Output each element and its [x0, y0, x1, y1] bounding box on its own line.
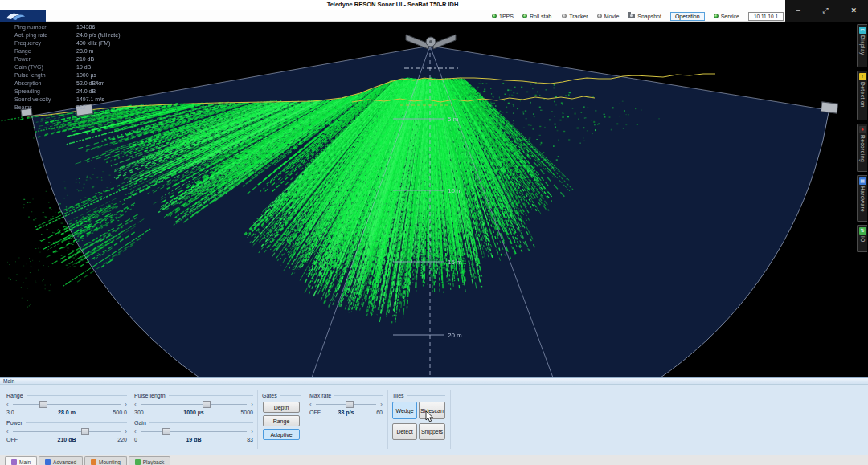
advanced-tab-icon [45, 459, 51, 465]
pulse-value: 1000 µs [134, 410, 253, 415]
divider [169, 395, 253, 396]
slider-track[interactable] [13, 401, 121, 409]
tab-recording[interactable]: ● Recording [857, 124, 867, 172]
io-icon: ⇅ [859, 227, 866, 235]
toolbar-items: 1PPS Roll stab. Tracker Movie Snapshot O… [492, 10, 784, 22]
depth-mark-10m: 10 m [448, 187, 462, 194]
tab-mounting[interactable]: Mounting [84, 456, 127, 465]
range-values: 3.0 28.0 m 500.0 [6, 410, 127, 417]
snapshot-label: Snapshot [637, 14, 661, 19]
slider-left-arrow-icon[interactable] [6, 428, 9, 436]
tab-io[interactable]: ⇅ IO [857, 225, 867, 252]
window-title: Teledyne RESON Sonar UI - SeaBat T50-R I… [0, 1, 785, 8]
divider [280, 395, 301, 396]
sonar-wedge-display[interactable] [0, 22, 857, 377]
operation-toggle[interactable]: Operation [670, 12, 705, 21]
toolbar: 1PPS Roll stab. Tracker Movie Snapshot O… [0, 10, 868, 22]
tiles-wedge-button[interactable]: Wedge [392, 402, 417, 419]
tab-hardware[interactable]: ▤ Hardware [857, 175, 867, 222]
close-icon[interactable]: ✕ [851, 7, 858, 14]
led-icon [597, 14, 602, 18]
slider-thumb[interactable] [81, 428, 89, 435]
slider-track[interactable] [141, 401, 247, 409]
slider-right-arrow-icon[interactable] [251, 428, 253, 436]
slider-thumb[interactable] [39, 401, 47, 408]
indicator-label: Movie [604, 14, 620, 19]
max-rate-label: Max rate [309, 393, 331, 398]
gain-value: 19 dB [134, 437, 253, 443]
right-sidebar-tabs: ▭ Display ! Detection ● Recording ▤ Hard… [857, 22, 868, 377]
slider-left-arrow-icon[interactable] [309, 401, 312, 409]
range-max: 500.0 [113, 410, 127, 415]
power-slider[interactable] [6, 428, 127, 436]
camera-icon [628, 14, 635, 18]
display-icon: ▭ [859, 27, 866, 34]
info-value: 104386 [76, 24, 95, 30]
slider-track[interactable] [13, 428, 121, 436]
slider-right-arrow-icon[interactable] [251, 401, 253, 409]
divider [387, 390, 388, 449]
slider-right-arrow-icon[interactable] [125, 428, 127, 436]
range-slider[interactable] [6, 401, 127, 409]
info-label: Absorption [14, 80, 76, 86]
max-rate-slider[interactable] [309, 401, 383, 409]
gates-range-button[interactable]: Range [263, 415, 300, 426]
gates-label: Gates [262, 393, 277, 398]
ip-address-field[interactable]: 10.11.10.1 [748, 12, 784, 21]
tab-detection[interactable]: ! Detection [857, 71, 867, 120]
tab-playback[interactable]: Playback [129, 456, 170, 465]
indicator-movie: Movie [597, 14, 620, 19]
slider-thumb[interactable] [346, 401, 354, 408]
info-value: 210 dB [76, 56, 94, 62]
pulse-length-slider[interactable] [134, 401, 253, 409]
slider-thumb[interactable] [162, 428, 170, 435]
range-value: 28.0 m [6, 410, 127, 415]
slider-track[interactable] [141, 428, 247, 436]
info-value: 52.0 dB/km [76, 80, 104, 86]
tab-advanced[interactable]: Advanced [39, 456, 83, 465]
max-rate-max: 60 [376, 410, 383, 415]
teledyne-logo [0, 10, 46, 22]
tab-main[interactable]: Main [5, 456, 37, 465]
indicator-label: 1PPS [499, 14, 514, 19]
power-label: Power [6, 420, 23, 426]
divider [257, 390, 258, 449]
info-value: 24.0 dB [76, 88, 96, 94]
info-value: 1497.1 m/s [76, 96, 104, 102]
slider-left-arrow-icon[interactable] [134, 401, 137, 409]
gates-adaptive-button[interactable]: Adaptive [263, 429, 300, 440]
slider-right-arrow-icon[interactable] [380, 401, 383, 409]
divider [334, 395, 383, 396]
record-icon: ● [859, 126, 866, 133]
main-panel-header: Main [0, 377, 868, 385]
info-value: 512 [76, 104, 86, 110]
sonar-info-panel: Ping number104386 Act. ping rate24.0 p/s… [14, 24, 120, 112]
minimize-icon[interactable]: – [796, 7, 800, 14]
tab-display[interactable]: ▭ Display [857, 24, 867, 67]
indicator-service[interactable]: Service [714, 14, 739, 19]
restore-icon[interactable]: ⤢ [823, 7, 829, 14]
indicator-label: Tracker [569, 14, 588, 19]
info-row: Range28.0 m [14, 48, 120, 56]
slider-left-arrow-icon[interactable] [134, 428, 137, 436]
slider-track[interactable] [316, 401, 376, 409]
tiles-detect-button[interactable]: Detect [392, 423, 417, 440]
tab-label: IO [860, 236, 866, 243]
snapshot-button[interactable]: Snapshot [628, 14, 661, 19]
tab-label: Detection [860, 82, 866, 108]
led-icon [522, 14, 527, 18]
title-bar: Teledyne RESON Sonar UI - SeaBat T50-R I… [0, 0, 868, 10]
tiles-group: Tiles [392, 391, 445, 399]
divider [149, 422, 253, 423]
divider [450, 390, 451, 449]
gates-depth-button[interactable]: Depth [263, 402, 300, 413]
tab-label: Main [19, 459, 31, 465]
indicator-1pps: 1PPS [492, 14, 514, 19]
gain-slider[interactable] [134, 428, 253, 436]
sonar-display-area: Ping number104386 Act. ping rate24.0 p/s… [0, 22, 868, 377]
tiles-snippets-button[interactable]: Snippets [419, 423, 445, 440]
indicator-roll-stab: Roll stab. [522, 14, 553, 19]
slider-thumb[interactable] [203, 401, 211, 408]
slider-right-arrow-icon[interactable] [125, 401, 127, 409]
slider-left-arrow-icon[interactable] [6, 401, 9, 409]
